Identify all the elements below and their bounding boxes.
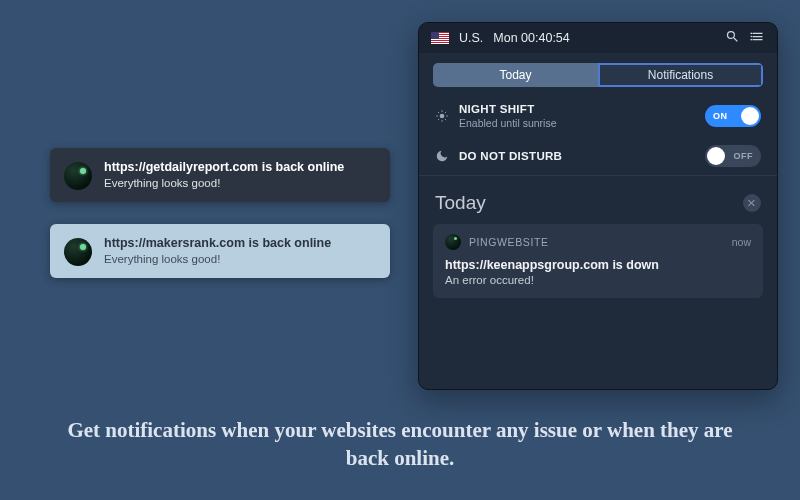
notification-title: https://getdailyreport.com is back onlin… — [104, 160, 344, 174]
svg-point-0 — [750, 33, 752, 35]
night-shift-title: NIGHT SHIFT — [459, 103, 695, 115]
today-section-header: Today — [419, 176, 777, 224]
notification-banner[interactable]: https://getdailyreport.com is back onlin… — [50, 148, 390, 202]
menubar-clock[interactable]: Mon 00:40:54 — [493, 31, 569, 45]
night-shift-subtitle: Enabled until sunrise — [459, 117, 695, 129]
today-section-title: Today — [435, 192, 743, 214]
notification-center-icon[interactable] — [750, 29, 765, 47]
widget-title: https://keenappsgroup.com is down — [445, 258, 751, 272]
spotlight-search-icon[interactable] — [725, 29, 740, 47]
tab-notifications[interactable]: Notifications — [598, 63, 763, 87]
night-shift-icon — [435, 109, 449, 123]
notification-title: https://makersrank.com is back online — [104, 236, 331, 250]
pingwebsite-app-icon — [64, 238, 92, 266]
night-shift-toggle[interactable]: ON — [705, 105, 761, 127]
dnd-title: DO NOT DISTURB — [459, 150, 695, 162]
notification-subtitle: Everything looks good! — [104, 253, 331, 265]
svg-point-3 — [440, 114, 445, 119]
today-notifications-segmented[interactable]: Today Notifications — [433, 63, 763, 87]
toggle-off-label: OFF — [734, 151, 754, 161]
toggle-knob — [707, 147, 725, 165]
widget-time: now — [732, 236, 751, 248]
notification-text: https://getdailyreport.com is back onlin… — [104, 160, 344, 189]
widget-app-name: PINGWEBSITE — [469, 236, 549, 248]
widget-header: PINGWEBSITE now — [445, 234, 751, 250]
moon-icon — [435, 149, 449, 163]
us-flag-icon — [431, 32, 449, 44]
menubar: U.S. Mon 00:40:54 — [419, 23, 777, 53]
toggle-on-label: ON — [713, 111, 728, 121]
pingwebsite-app-icon — [64, 162, 92, 190]
toggle-knob — [741, 107, 759, 125]
pingwebsite-widget[interactable]: PINGWEBSITE now https://keenappsgroup.co… — [433, 224, 763, 298]
close-icon — [747, 198, 757, 208]
notification-subtitle: Everything looks good! — [104, 177, 344, 189]
notification-banner[interactable]: https://makersrank.com is back online Ev… — [50, 224, 390, 278]
do-not-disturb-row: DO NOT DISTURB OFF — [419, 137, 777, 175]
svg-point-1 — [750, 36, 752, 38]
dnd-labels: DO NOT DISTURB — [459, 150, 695, 162]
tab-today[interactable]: Today — [433, 63, 598, 87]
night-shift-labels: NIGHT SHIFT Enabled until sunrise — [459, 103, 695, 129]
notification-text: https://makersrank.com is back online Ev… — [104, 236, 331, 265]
night-shift-row: NIGHT SHIFT Enabled until sunrise ON — [419, 95, 777, 137]
notification-center-panel: U.S. Mon 00:40:54 Today Notifications NI… — [418, 22, 778, 390]
marketing-tagline: Get notifications when your websites enc… — [0, 417, 800, 472]
close-widget-button[interactable] — [743, 194, 761, 212]
pingwebsite-app-icon — [445, 234, 461, 250]
svg-point-2 — [750, 39, 752, 41]
do-not-disturb-toggle[interactable]: OFF — [705, 145, 761, 167]
input-locale-label[interactable]: U.S. — [459, 31, 483, 45]
widget-subtitle: An error occured! — [445, 274, 751, 286]
left-notification-stack: https://getdailyreport.com is back onlin… — [50, 148, 390, 278]
